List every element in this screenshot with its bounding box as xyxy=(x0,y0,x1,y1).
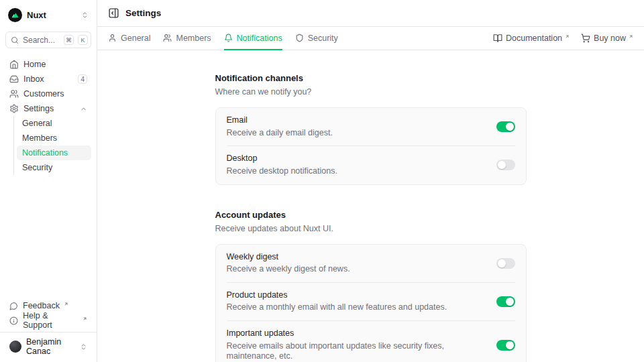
sidebar-item-home[interactable]: Home xyxy=(5,57,91,72)
sidebar-item-label: Customers xyxy=(23,89,64,99)
book-open-icon xyxy=(493,34,502,43)
sub-item-label: Notifications xyxy=(22,148,68,158)
setting-label: Important updates xyxy=(227,328,486,339)
panel-collapse-icon[interactable] xyxy=(108,7,119,19)
setting-row-important-updates: Important updates Receive emails about i… xyxy=(216,321,526,362)
header-links: Documentation Buy now xyxy=(493,27,633,50)
setting-label: Desktop xyxy=(227,154,337,164)
tab-security[interactable]: Security xyxy=(295,27,338,50)
sidebar-item-settings[interactable]: Settings xyxy=(5,101,91,116)
setting-description: Receive desktop notifications. xyxy=(227,166,337,177)
avatar xyxy=(9,341,21,353)
settings-subtree: General Members Notifications Security xyxy=(13,116,91,175)
gear-icon xyxy=(9,104,19,113)
sidebar-item-general[interactable]: General xyxy=(17,116,91,131)
user-icon xyxy=(108,34,117,42)
main-panel: Settings General Members Notifications xyxy=(97,0,644,362)
settings-card: Weekly digest Receive a weekly digest of… xyxy=(215,244,527,362)
section-notification-channels: Notification channels Where can we notif… xyxy=(215,73,527,185)
app-window: Nuxt Search... ⌘ K Home xyxy=(0,0,644,362)
search-input[interactable]: Search... ⌘ K xyxy=(5,32,91,48)
inbox-icon xyxy=(9,74,19,84)
documentation-link[interactable]: Documentation xyxy=(493,34,570,43)
sidebar-item-customers[interactable]: Customers xyxy=(5,86,91,101)
sidebar-item-label: Home xyxy=(23,60,46,69)
desktop-toggle[interactable] xyxy=(496,160,515,170)
user-menu[interactable]: Benjamin Canac xyxy=(5,333,91,358)
setting-description: Receive a weekly digest of news. xyxy=(227,264,350,275)
chevron-up-icon xyxy=(80,105,87,113)
page-header: Settings xyxy=(97,0,644,27)
section-title: Account updates xyxy=(215,210,527,220)
sidebar-nav: Home Inbox 4 Customers Settings xyxy=(5,57,91,175)
footer-item-label: Help & Support xyxy=(23,311,78,330)
setting-row-desktop: Desktop Receive desktop notifications. xyxy=(216,146,526,184)
info-circle-icon xyxy=(9,316,18,325)
link-label: Buy now xyxy=(594,34,626,43)
tab-label: Notifications xyxy=(237,34,282,43)
email-toggle[interactable] xyxy=(496,121,515,132)
tab-label: Members xyxy=(176,34,211,43)
section-title: Notification channels xyxy=(215,73,527,83)
sidebar-item-inbox[interactable]: Inbox 4 xyxy=(5,72,91,86)
section-account-updates: Account updates Receive updates about Nu… xyxy=(215,210,527,362)
tab-members[interactable]: Members xyxy=(163,27,211,50)
cart-icon xyxy=(581,34,590,43)
sidebar-item-security[interactable]: Security xyxy=(17,160,91,175)
product-updates-toggle[interactable] xyxy=(496,296,515,307)
external-link-icon xyxy=(64,302,68,306)
sidebar-item-members[interactable]: Members xyxy=(17,131,91,145)
home-icon xyxy=(9,60,19,69)
search-icon xyxy=(11,36,19,44)
setting-description: Receive emails about important updates l… xyxy=(227,341,486,362)
section-subtitle: Receive updates about Nuxt UI. xyxy=(215,224,527,233)
kbd-command: ⌘ xyxy=(64,35,74,45)
tab-general[interactable]: General xyxy=(108,27,150,50)
sidebar-item-help-support[interactable]: Help & Support xyxy=(5,313,91,328)
setting-label: Weekly digest xyxy=(227,252,350,263)
tab-label: Security xyxy=(308,34,338,43)
tab-notifications[interactable]: Notifications xyxy=(224,27,282,50)
nuxt-logo-icon xyxy=(8,8,22,22)
section-subtitle: Where can we notify you? xyxy=(215,87,527,97)
external-link-icon xyxy=(565,34,570,39)
setting-label: Email xyxy=(227,115,333,126)
user-name: Benjamin Canac xyxy=(26,337,75,356)
page-title: Settings xyxy=(125,8,161,18)
sidebar: Nuxt Search... ⌘ K Home xyxy=(0,0,97,362)
important-updates-toggle[interactable] xyxy=(496,340,515,351)
weekly-digest-toggle[interactable] xyxy=(496,258,515,269)
buy-now-button[interactable]: Buy now xyxy=(581,34,633,43)
team-name: Nuxt xyxy=(27,10,76,20)
setting-label: Product updates xyxy=(227,290,447,301)
message-bubble-icon xyxy=(9,302,18,310)
sidebar-item-label: Settings xyxy=(23,104,54,113)
external-link-icon xyxy=(83,316,87,321)
settings-card: Email Receive a daily email digest. Desk… xyxy=(215,107,527,185)
setting-row-weekly-digest: Weekly digest Receive a weekly digest of… xyxy=(216,245,526,282)
sidebar-spacer xyxy=(5,175,91,298)
search-placeholder: Search... xyxy=(23,36,60,45)
chevrons-up-down-icon xyxy=(80,343,87,351)
inbox-count-badge: 4 xyxy=(78,74,87,84)
sidebar-item-notifications[interactable]: Notifications xyxy=(17,145,91,160)
sub-item-label: Security xyxy=(22,163,52,172)
footer-item-label: Feedback xyxy=(23,301,60,310)
sub-item-label: Members xyxy=(22,133,57,143)
setting-description: Receive a daily email digest. xyxy=(227,128,333,139)
users-icon xyxy=(163,34,172,42)
setting-row-product-updates: Product updates Receive a monthly email … xyxy=(216,283,526,320)
external-link-icon xyxy=(629,34,633,39)
sub-item-label: General xyxy=(22,119,52,128)
users-icon xyxy=(9,89,19,99)
kbd-k: K xyxy=(78,35,88,45)
tab-label: General xyxy=(121,34,150,43)
sidebar-item-label: Inbox xyxy=(23,74,44,84)
settings-tab-bar: General Members Notifications Security xyxy=(97,27,644,50)
shield-icon xyxy=(295,34,304,42)
bell-icon xyxy=(224,34,233,42)
setting-description: Receive a monthly email with all new fea… xyxy=(227,302,447,313)
link-label: Documentation xyxy=(506,34,562,43)
setting-row-email: Email Receive a daily email digest. xyxy=(216,108,526,145)
team-switcher[interactable]: Nuxt xyxy=(5,7,91,23)
